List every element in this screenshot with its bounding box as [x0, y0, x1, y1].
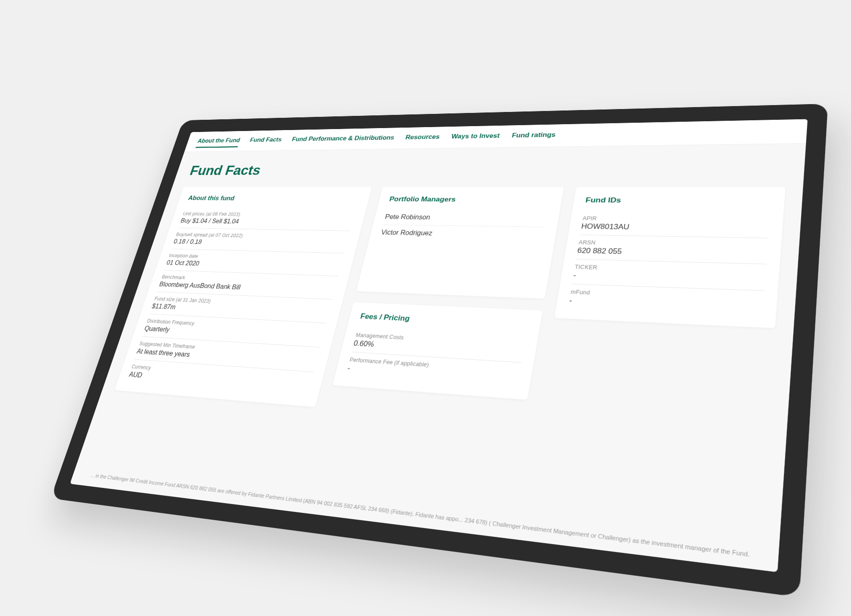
tab-ways-to-invest[interactable]: Ways to Invest — [450, 132, 500, 144]
tab-fund-facts[interactable]: Fund Facts — [248, 136, 283, 147]
tab-fund-performance[interactable]: Fund Performance & Distributions — [290, 134, 395, 147]
card-heading: Fund IDs — [585, 196, 772, 206]
screen: About the Fund Fund Facts Fund Performan… — [70, 119, 807, 572]
card-portfolio-managers: Portfolio Managers Pete Robinson Victor … — [356, 187, 564, 299]
card-heading: Portfolio Managers — [388, 196, 551, 204]
field-label: APIR — [582, 216, 770, 224]
field-value: HOW8013AU — [581, 222, 769, 233]
card-heading: About this fund — [187, 195, 360, 203]
card-heading: Fees / Pricing — [359, 312, 529, 329]
field-value: Buy $1.04 / Sell $1.04 — [179, 218, 353, 227]
tab-fund-ratings[interactable]: Fund ratings — [511, 132, 557, 143]
tablet-frame: About the Fund Fund Facts Fund Performan… — [50, 104, 828, 597]
manager-name: Victor Rodriguez — [380, 225, 546, 243]
card-fund-ids: Fund IDs APIR HOW8013AU ARSN 620 882 055… — [555, 187, 785, 328]
tab-resources[interactable]: Resources — [404, 133, 441, 145]
cards-grid: About this fund Unit prices (at 08 Feb 2… — [114, 187, 785, 445]
card-fees-pricing: Fees / Pricing Management Costs 0.60% Pe… — [333, 302, 542, 400]
manager-name: Pete Robinson — [383, 209, 548, 227]
content-area: Fund Facts About this fund Unit prices (… — [85, 144, 806, 515]
card-about-this-fund: About this fund Unit prices (at 08 Feb 2… — [114, 187, 372, 407]
page-title: Fund Facts — [188, 158, 787, 178]
row-apir: APIR HOW8013AU — [580, 211, 770, 238]
row-unit-prices: Unit prices (at 08 Feb 2023) Buy $1.04 /… — [179, 208, 357, 231]
tab-about-the-fund[interactable]: About the Fund — [196, 137, 241, 148]
